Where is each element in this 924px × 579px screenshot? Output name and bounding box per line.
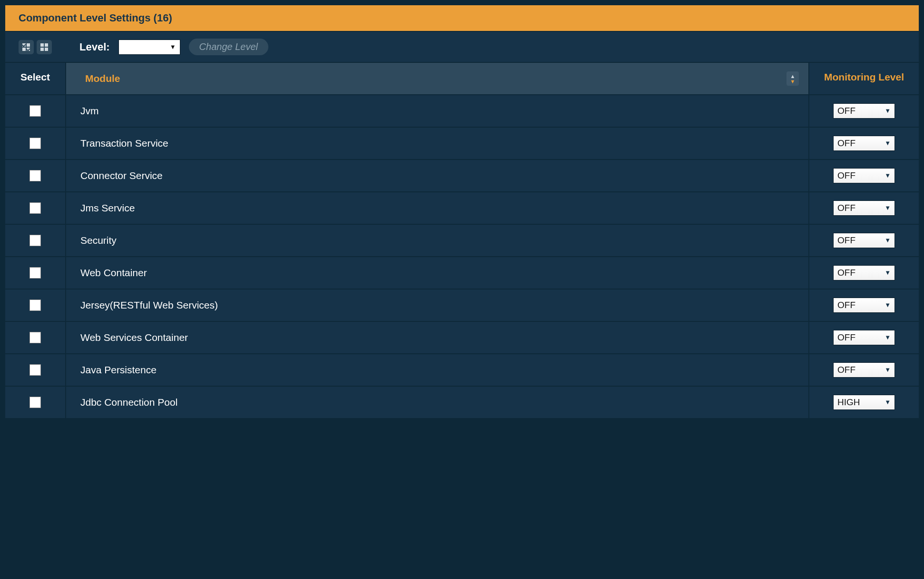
panel-title: Component Level Settings (16) bbox=[5, 5, 919, 32]
column-header-monitoring-level: Monitoring Level bbox=[809, 63, 919, 94]
cell-module: Jersey(RESTful Web Services) bbox=[66, 290, 809, 321]
monitoring-level-select[interactable]: OFF bbox=[833, 330, 895, 345]
module-name: Web Services Container bbox=[80, 332, 188, 343]
monitoring-level-value: HIGH bbox=[837, 397, 860, 408]
cell-select bbox=[5, 225, 66, 256]
table-row: Web Services ContainerOFF bbox=[5, 322, 919, 354]
table-row: SecurityOFF bbox=[5, 225, 919, 257]
row-checkbox[interactable] bbox=[29, 105, 41, 117]
sort-toggle[interactable]: ▲ ▼ bbox=[786, 71, 799, 86]
monitoring-level-select[interactable]: OFF bbox=[833, 265, 895, 280]
cell-module: Connector Service bbox=[66, 160, 809, 191]
cell-select bbox=[5, 322, 66, 353]
cell-select bbox=[5, 290, 66, 321]
change-level-button[interactable]: Change Level bbox=[189, 39, 268, 55]
column-header-module-label: Module bbox=[85, 73, 120, 84]
select-all-button[interactable] bbox=[19, 40, 34, 54]
monitoring-level-value: OFF bbox=[837, 203, 855, 213]
level-select[interactable] bbox=[118, 40, 180, 55]
module-name: Transaction Service bbox=[80, 138, 168, 149]
monitoring-level-select[interactable]: OFF bbox=[833, 233, 895, 248]
monitoring-level-value: OFF bbox=[837, 235, 855, 246]
cell-module: Jms Service bbox=[66, 192, 809, 224]
cell-select bbox=[5, 257, 66, 289]
row-checkbox[interactable] bbox=[29, 299, 41, 311]
table-row: Web ContainerOFF bbox=[5, 257, 919, 290]
cell-monitoring-level: OFF bbox=[809, 354, 919, 386]
row-checkbox[interactable] bbox=[29, 364, 41, 376]
table-row: Jms ServiceOFF bbox=[5, 192, 919, 225]
table-row: Connector ServiceOFF bbox=[5, 160, 919, 192]
module-name: Jms Service bbox=[80, 202, 135, 214]
monitoring-level-select[interactable]: OFF bbox=[833, 298, 895, 313]
monitoring-level-select[interactable]: OFF bbox=[833, 136, 895, 151]
grid-check-icon bbox=[22, 43, 30, 51]
cell-module: Web Services Container bbox=[66, 322, 809, 353]
toolbar: Level: Change Level bbox=[5, 32, 919, 62]
module-name: Jersey(RESTful Web Services) bbox=[80, 299, 218, 311]
table-row: Transaction ServiceOFF bbox=[5, 128, 919, 160]
cell-module: Security bbox=[66, 225, 809, 256]
sort-up-icon: ▲ bbox=[790, 74, 796, 79]
sort-down-icon: ▼ bbox=[790, 79, 796, 84]
monitoring-level-select[interactable]: HIGH bbox=[833, 395, 895, 410]
monitoring-level-value: OFF bbox=[837, 365, 855, 375]
cell-select bbox=[5, 192, 66, 224]
column-header-module[interactable]: Module ▲ ▼ bbox=[66, 63, 809, 94]
cell-module: Jdbc Connection Pool bbox=[66, 387, 809, 418]
monitoring-level-value: OFF bbox=[837, 138, 855, 149]
row-checkbox[interactable] bbox=[29, 138, 41, 149]
cell-select bbox=[5, 387, 66, 418]
level-label: Level: bbox=[79, 41, 110, 53]
row-checkbox[interactable] bbox=[29, 170, 41, 181]
cell-module: Transaction Service bbox=[66, 128, 809, 159]
monitoring-level-value: OFF bbox=[837, 300, 855, 310]
component-level-settings-panel: Component Level Settings (16) Level: Cha… bbox=[5, 5, 919, 419]
deselect-all-button[interactable] bbox=[37, 40, 52, 54]
module-name: Connector Service bbox=[80, 170, 163, 181]
cell-monitoring-level: OFF bbox=[809, 160, 919, 191]
row-checkbox[interactable] bbox=[29, 267, 41, 279]
table-row: Jdbc Connection PoolHIGH bbox=[5, 387, 919, 419]
row-checkbox[interactable] bbox=[29, 397, 41, 408]
cell-module: Jvm bbox=[66, 95, 809, 127]
monitoring-level-value: OFF bbox=[837, 332, 855, 343]
cell-monitoring-level: OFF bbox=[809, 257, 919, 289]
cell-monitoring-level: OFF bbox=[809, 290, 919, 321]
cell-module: Web Container bbox=[66, 257, 809, 289]
cell-module: Java Persistence bbox=[66, 354, 809, 386]
monitoring-level-value: OFF bbox=[837, 268, 855, 278]
row-checkbox[interactable] bbox=[29, 332, 41, 343]
settings-grid: Select Module ▲ ▼ Monitoring Level JvmOF… bbox=[5, 62, 919, 419]
monitoring-level-select[interactable]: OFF bbox=[833, 168, 895, 183]
cell-select bbox=[5, 128, 66, 159]
grid-icon bbox=[40, 43, 48, 51]
module-name: Jdbc Connection Pool bbox=[80, 397, 177, 408]
row-checkbox[interactable] bbox=[29, 202, 41, 214]
cell-monitoring-level: HIGH bbox=[809, 387, 919, 418]
monitoring-level-select[interactable]: OFF bbox=[833, 103, 895, 119]
module-name: Web Container bbox=[80, 267, 147, 279]
column-header-row: Select Module ▲ ▼ Monitoring Level bbox=[5, 63, 919, 95]
table-row: Java PersistenceOFF bbox=[5, 354, 919, 387]
monitoring-level-value: OFF bbox=[837, 106, 855, 116]
monitoring-level-value: OFF bbox=[837, 170, 855, 181]
module-name: Jvm bbox=[80, 105, 99, 117]
monitoring-level-select[interactable]: OFF bbox=[833, 200, 895, 216]
monitoring-level-select[interactable]: OFF bbox=[833, 362, 895, 378]
cell-select bbox=[5, 160, 66, 191]
table-row: JvmOFF bbox=[5, 95, 919, 128]
cell-monitoring-level: OFF bbox=[809, 225, 919, 256]
view-toggle-group bbox=[19, 40, 52, 54]
cell-monitoring-level: OFF bbox=[809, 192, 919, 224]
cell-monitoring-level: OFF bbox=[809, 322, 919, 353]
module-name: Security bbox=[80, 235, 117, 246]
module-name: Java Persistence bbox=[80, 364, 157, 376]
column-header-select: Select bbox=[5, 63, 66, 94]
cell-select bbox=[5, 95, 66, 127]
cell-monitoring-level: OFF bbox=[809, 95, 919, 127]
row-checkbox[interactable] bbox=[29, 235, 41, 246]
cell-select bbox=[5, 354, 66, 386]
table-row: Jersey(RESTful Web Services)OFF bbox=[5, 290, 919, 322]
cell-monitoring-level: OFF bbox=[809, 128, 919, 159]
